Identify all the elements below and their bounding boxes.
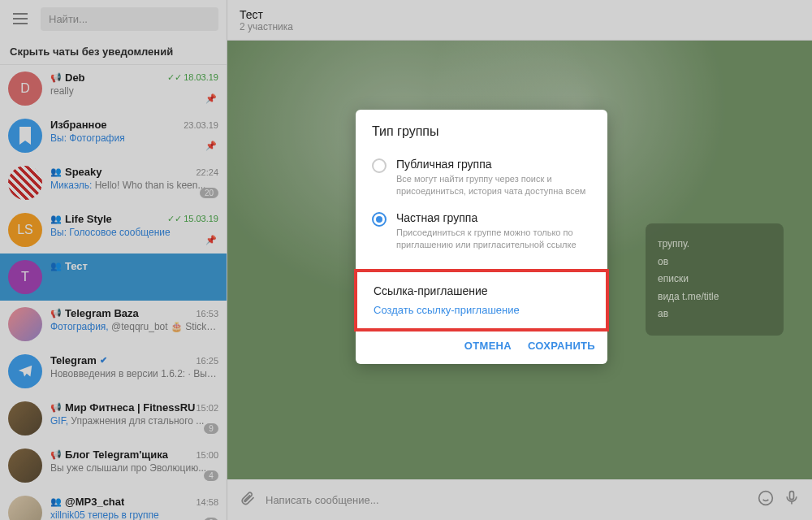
modal-title: Тип группы <box>356 110 607 143</box>
create-invite-link[interactable]: Создать ссылку-приглашение <box>374 304 590 316</box>
radio-icon <box>372 158 387 173</box>
radio-desc: Присоединиться к группе можно только по … <box>396 227 591 252</box>
invite-link-section: Ссылка-приглашение Создать ссылку-пригла… <box>354 269 609 332</box>
radio-desc: Все могут найти группу через поиск и при… <box>396 173 591 198</box>
radio-group: Публичная группа Все могут найти группу … <box>356 143 607 271</box>
modal-actions: ОТМЕНА СОХРАНИТЬ <box>356 330 607 364</box>
save-button[interactable]: СОХРАНИТЬ <box>528 340 595 352</box>
radio-label: Частная группа <box>396 211 591 224</box>
cancel-button[interactable]: ОТМЕНА <box>464 340 512 352</box>
radio-public-group[interactable]: Публичная группа Все могут найти группу … <box>372 151 591 205</box>
group-type-modal: Тип группы Публичная группа Все могут на… <box>356 110 607 364</box>
radio-private-group[interactable]: Частная группа Присоединиться к группе м… <box>372 205 591 258</box>
radio-label: Публичная группа <box>396 158 591 171</box>
invite-title: Ссылка-приглашение <box>374 284 590 297</box>
radio-icon-checked <box>372 212 387 227</box>
